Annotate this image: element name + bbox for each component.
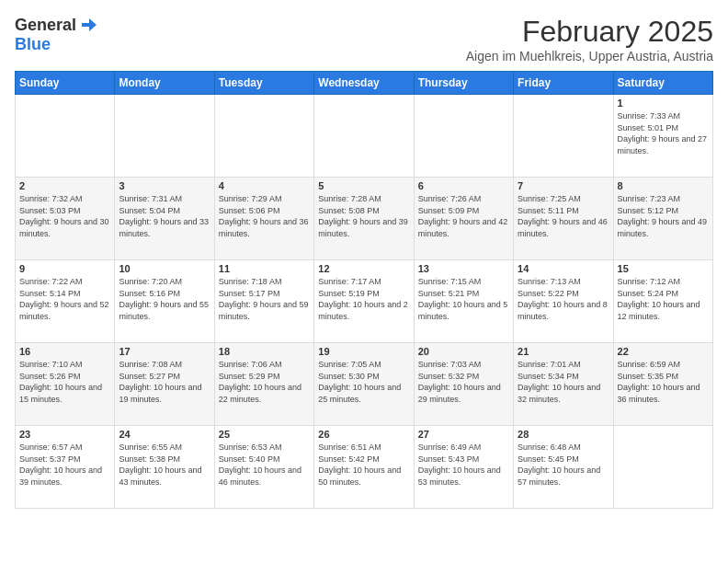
calendar-cell: 5Sunrise: 7:28 AM Sunset: 5:08 PM Daylig… [314, 178, 414, 260]
day-content: Sunrise: 7:25 AM Sunset: 5:11 PM Dayligh… [518, 193, 609, 239]
day-content: Sunrise: 7:32 AM Sunset: 5:03 PM Dayligh… [19, 193, 110, 239]
weekday-header-wednesday: Wednesday [314, 72, 414, 95]
calendar-cell: 20Sunrise: 7:03 AM Sunset: 5:32 PM Dayli… [414, 343, 513, 426]
calendar-week-5: 23Sunrise: 6:57 AM Sunset: 5:37 PM Dayli… [16, 426, 713, 509]
logo-blue-text: Blue [15, 35, 51, 54]
title-block: February 2025 Aigen im Muehlkreis, Upper… [466, 15, 713, 63]
calendar-cell: 18Sunrise: 7:06 AM Sunset: 5:29 PM Dayli… [214, 343, 313, 426]
day-number: 25 [219, 429, 310, 440]
day-content: Sunrise: 7:23 AM Sunset: 5:12 PM Dayligh… [618, 193, 709, 239]
day-number: 6 [418, 180, 509, 191]
day-number: 12 [318, 263, 409, 274]
calendar-cell: 6Sunrise: 7:26 AM Sunset: 5:09 PM Daylig… [414, 178, 513, 260]
calendar-cell: 25Sunrise: 6:53 AM Sunset: 5:40 PM Dayli… [214, 426, 313, 509]
day-number: 18 [219, 346, 310, 357]
day-content: Sunrise: 7:33 AM Sunset: 5:01 PM Dayligh… [618, 110, 709, 156]
day-number: 22 [618, 346, 709, 357]
day-number: 7 [518, 180, 609, 191]
calendar-cell: 27Sunrise: 6:49 AM Sunset: 5:43 PM Dayli… [414, 426, 513, 509]
day-content: Sunrise: 7:29 AM Sunset: 5:06 PM Dayligh… [219, 193, 310, 239]
calendar-cell: 2Sunrise: 7:32 AM Sunset: 5:03 PM Daylig… [16, 178, 115, 260]
day-content: Sunrise: 7:01 AM Sunset: 5:34 PM Dayligh… [518, 359, 609, 405]
day-content: Sunrise: 7:22 AM Sunset: 5:14 PM Dayligh… [19, 276, 110, 322]
calendar-cell: 21Sunrise: 7:01 AM Sunset: 5:34 PM Dayli… [514, 343, 613, 426]
day-number: 15 [618, 263, 709, 274]
day-number: 11 [219, 263, 310, 274]
calendar-table: SundayMondayTuesdayWednesdayThursdayFrid… [15, 71, 713, 509]
weekday-header-monday: Monday [115, 72, 214, 95]
calendar-cell: 4Sunrise: 7:29 AM Sunset: 5:06 PM Daylig… [214, 178, 313, 260]
calendar-subtitle: Aigen im Muehlkreis, Upper Austria, Aust… [466, 49, 713, 63]
calendar-cell: 7Sunrise: 7:25 AM Sunset: 5:11 PM Daylig… [514, 178, 613, 260]
day-content: Sunrise: 7:18 AM Sunset: 5:17 PM Dayligh… [219, 276, 310, 322]
weekday-header-friday: Friday [514, 72, 613, 95]
svg-marker-0 [82, 18, 97, 31]
day-content: Sunrise: 7:05 AM Sunset: 5:30 PM Dayligh… [318, 359, 409, 405]
day-number: 19 [318, 346, 409, 357]
calendar-week-1: 1Sunrise: 7:33 AM Sunset: 5:01 PM Daylig… [16, 95, 713, 178]
day-number: 14 [518, 263, 609, 274]
day-number: 4 [219, 180, 310, 191]
calendar-cell: 22Sunrise: 6:59 AM Sunset: 5:35 PM Dayli… [613, 343, 712, 426]
day-content: Sunrise: 6:49 AM Sunset: 5:43 PM Dayligh… [418, 442, 509, 488]
calendar-cell [314, 95, 414, 178]
weekday-header-sunday: Sunday [16, 72, 115, 95]
day-number: 16 [19, 346, 110, 357]
calendar-cell: 28Sunrise: 6:48 AM Sunset: 5:45 PM Dayli… [514, 426, 613, 509]
calendar-cell [214, 95, 313, 178]
calendar-title: February 2025 [466, 15, 713, 49]
calendar-cell [514, 95, 613, 178]
day-content: Sunrise: 7:26 AM Sunset: 5:09 PM Dayligh… [418, 193, 509, 239]
calendar-cell: 15Sunrise: 7:12 AM Sunset: 5:24 PM Dayli… [613, 260, 712, 343]
calendar-week-2: 2Sunrise: 7:32 AM Sunset: 5:03 PM Daylig… [16, 178, 713, 260]
calendar-week-3: 9Sunrise: 7:22 AM Sunset: 5:14 PM Daylig… [16, 260, 713, 343]
day-number: 1 [618, 98, 709, 109]
day-content: Sunrise: 6:55 AM Sunset: 5:38 PM Dayligh… [119, 442, 210, 488]
day-content: Sunrise: 6:51 AM Sunset: 5:42 PM Dayligh… [318, 442, 409, 488]
day-number: 26 [318, 429, 409, 440]
day-number: 21 [518, 346, 609, 357]
day-content: Sunrise: 7:03 AM Sunset: 5:32 PM Dayligh… [418, 359, 509, 405]
day-content: Sunrise: 7:12 AM Sunset: 5:24 PM Dayligh… [618, 276, 709, 322]
day-content: Sunrise: 7:15 AM Sunset: 5:21 PM Dayligh… [418, 276, 509, 322]
weekday-header-thursday: Thursday [414, 72, 513, 95]
day-content: Sunrise: 7:17 AM Sunset: 5:19 PM Dayligh… [318, 276, 409, 322]
day-content: Sunrise: 6:53 AM Sunset: 5:40 PM Dayligh… [219, 442, 310, 488]
calendar-week-4: 16Sunrise: 7:10 AM Sunset: 5:26 PM Dayli… [16, 343, 713, 426]
weekday-header-row: SundayMondayTuesdayWednesdayThursdayFrid… [16, 72, 713, 95]
calendar-cell: 26Sunrise: 6:51 AM Sunset: 5:42 PM Dayli… [314, 426, 414, 509]
calendar-cell: 1Sunrise: 7:33 AM Sunset: 5:01 PM Daylig… [613, 95, 712, 178]
calendar-cell: 14Sunrise: 7:13 AM Sunset: 5:22 PM Dayli… [514, 260, 613, 343]
weekday-header-saturday: Saturday [613, 72, 712, 95]
day-number: 20 [418, 346, 509, 357]
day-number: 24 [119, 429, 210, 440]
day-content: Sunrise: 7:28 AM Sunset: 5:08 PM Dayligh… [318, 193, 409, 239]
day-content: Sunrise: 6:59 AM Sunset: 5:35 PM Dayligh… [618, 359, 709, 405]
logo-general-text: General [15, 16, 76, 35]
calendar-cell [115, 95, 214, 178]
calendar-cell [613, 426, 712, 509]
day-content: Sunrise: 7:06 AM Sunset: 5:29 PM Dayligh… [219, 359, 310, 405]
day-content: Sunrise: 7:31 AM Sunset: 5:04 PM Dayligh… [119, 193, 210, 239]
day-number: 17 [119, 346, 210, 357]
calendar-cell: 11Sunrise: 7:18 AM Sunset: 5:17 PM Dayli… [214, 260, 313, 343]
day-content: Sunrise: 6:48 AM Sunset: 5:45 PM Dayligh… [518, 442, 609, 488]
day-number: 10 [119, 263, 210, 274]
day-content: Sunrise: 7:20 AM Sunset: 5:16 PM Dayligh… [119, 276, 210, 322]
day-content: Sunrise: 7:10 AM Sunset: 5:26 PM Dayligh… [19, 359, 110, 405]
day-content: Sunrise: 6:57 AM Sunset: 5:37 PM Dayligh… [19, 442, 110, 488]
day-content: Sunrise: 7:08 AM Sunset: 5:27 PM Dayligh… [119, 359, 210, 405]
calendar-cell: 10Sunrise: 7:20 AM Sunset: 5:16 PM Dayli… [115, 260, 214, 343]
logo-icon [78, 15, 98, 35]
logo: General Blue [15, 15, 98, 54]
day-number: 27 [418, 429, 509, 440]
day-number: 9 [19, 263, 110, 274]
calendar-cell: 16Sunrise: 7:10 AM Sunset: 5:26 PM Dayli… [16, 343, 115, 426]
calendar-cell: 24Sunrise: 6:55 AM Sunset: 5:38 PM Dayli… [115, 426, 214, 509]
day-content: Sunrise: 7:13 AM Sunset: 5:22 PM Dayligh… [518, 276, 609, 322]
page-header: General Blue February 2025 Aigen im Mueh… [15, 15, 713, 63]
day-number: 2 [19, 180, 110, 191]
calendar-cell [16, 95, 115, 178]
calendar-cell: 23Sunrise: 6:57 AM Sunset: 5:37 PM Dayli… [16, 426, 115, 509]
day-number: 5 [318, 180, 409, 191]
